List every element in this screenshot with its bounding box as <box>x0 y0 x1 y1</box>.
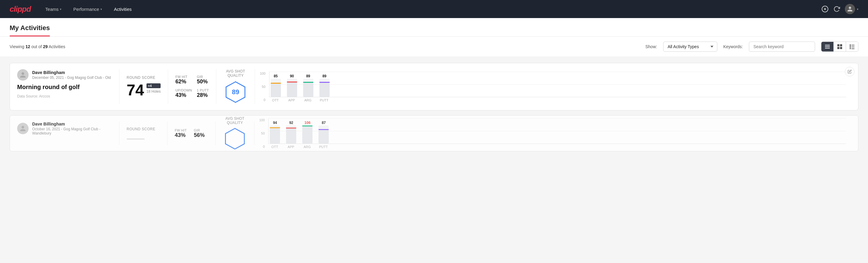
navbar: clippd Teams ▾ Performance ▾ Activities <box>0 0 868 18</box>
svg-rect-5 <box>825 48 830 49</box>
svg-rect-11 <box>851 45 855 46</box>
svg-rect-7 <box>840 44 842 46</box>
user-avatar-icon-2 <box>17 123 29 134</box>
chart-bar-ott: 85 <box>271 74 281 97</box>
card-score: Round Score 74 +4 18 Holes <box>119 69 168 104</box>
score-holes: 18 Holes <box>147 89 161 94</box>
round-score-label: Round Score <box>127 76 161 80</box>
activity-type-select[interactable]: All Activity Types <box>663 41 717 52</box>
shot-quality-value: 89 <box>232 88 239 96</box>
nav-item-activities[interactable]: Activities <box>109 4 136 14</box>
activity-title: Morning round of golf <box>17 84 112 91</box>
svg-rect-6 <box>837 44 839 46</box>
svg-rect-12 <box>850 46 851 48</box>
card-user: Dave Billingham December 05, 2021 - Gog … <box>17 69 112 81</box>
svg-rect-13 <box>851 47 855 47</box>
round-score-label-2: Round Score <box>127 127 160 131</box>
card-stats-2: FW Hit 43% GIR 56% <box>167 122 216 145</box>
card-left-2: Dave Billingham October 16, 2021 - Gog M… <box>17 122 119 145</box>
chart-x-label-app-2: APP <box>286 145 296 149</box>
user-info-2: Dave Billingham October 16, 2021 - Gog M… <box>32 122 112 136</box>
chart-x-label-arg-2: ARG <box>302 145 312 149</box>
user-avatar-icon <box>17 69 29 81</box>
svg-rect-15 <box>851 49 855 49</box>
card-left: Dave Billingham December 05, 2021 - Gog … <box>17 69 119 104</box>
main-content: Dave Billingham December 05, 2021 - Gog … <box>0 57 868 157</box>
card-quality-2: Avg Shot Quality <box>216 122 254 145</box>
chart-bar-app-2: 92 <box>286 121 296 144</box>
stat-fw-hit-2: FW Hit 43% <box>175 128 189 139</box>
score-badge: +4 <box>147 83 161 88</box>
show-label: Show: <box>645 44 657 49</box>
user-name: Dave Billingham <box>32 70 111 75</box>
stat-fw-hit: FW Hit 62% <box>175 75 192 85</box>
nav-item-teams[interactable]: Teams ▾ <box>40 4 66 14</box>
chart-x-label-putt: PUTT <box>319 98 329 102</box>
chart-bar-putt: 89 <box>319 74 330 97</box>
card-quality: Avg Shot Quality 89 <box>216 69 255 104</box>
nav-links: Teams ▾ Performance ▾ Activities <box>40 4 812 14</box>
chart-x-label-putt-2: PUTT <box>318 145 329 149</box>
page-header: My Activities <box>0 18 868 37</box>
chart-x-label-arg: ARG <box>303 98 313 102</box>
card-user-2: Dave Billingham October 16, 2021 - Gog M… <box>17 122 112 136</box>
keywords-label: Keywords: <box>723 44 743 49</box>
score-placeholder <box>127 139 145 140</box>
shot-quality-hexagon-2 <box>223 127 247 150</box>
chart-x-label-ott: OTT <box>270 98 281 102</box>
user-name-2: Dave Billingham <box>32 122 112 126</box>
stat-gir: GIR 50% <box>197 75 209 85</box>
stat-gir-2: GIR 56% <box>194 128 209 139</box>
user-date-2: October 16, 2021 - Gog Magog Golf Club -… <box>32 127 112 136</box>
user-date: December 05, 2021 - Gog Magog Golf Club … <box>32 76 111 80</box>
viewing-total: 29 <box>43 44 48 49</box>
edit-button[interactable] <box>845 67 855 77</box>
view-list-detail-button[interactable] <box>846 42 858 52</box>
chart-bar-arg-2: 106 <box>302 121 312 144</box>
chart-x-label-app: APP <box>287 98 297 102</box>
add-button[interactable] <box>822 5 829 12</box>
nav-item-performance[interactable]: Performance ▾ <box>69 4 107 14</box>
chart-y-axis-2: 100 50 0 <box>259 118 266 148</box>
card-chart: 100 50 0 85 <box>255 69 851 104</box>
chart-bar-arg: 89 <box>303 74 313 97</box>
chart-bar-putt-2: 87 <box>318 121 329 144</box>
svg-rect-14 <box>850 48 851 49</box>
chart-bar-app: 90 <box>287 74 297 97</box>
nav-right: ▾ <box>822 4 858 14</box>
logo[interactable]: clippd <box>10 4 31 14</box>
stat-updown: Up/Down 43% <box>175 88 192 98</box>
viewing-count: 12 <box>26 44 30 49</box>
activity-card: Dave Billingham December 05, 2021 - Gog … <box>10 63 858 111</box>
refresh-button[interactable] <box>833 6 840 12</box>
activity-card-2: Dave Billingham October 16, 2021 - Gog M… <box>10 115 858 151</box>
search-input[interactable] <box>749 41 815 52</box>
user-avatar <box>845 4 855 14</box>
stat-1putt: 1 Putt 28% <box>197 88 209 98</box>
page-title: My Activities <box>10 18 50 34</box>
score-value: 74 <box>127 82 144 98</box>
svg-rect-10 <box>850 45 851 46</box>
viewing-count-label: Viewing 12 out of 29 Activities <box>10 44 640 49</box>
view-toggle <box>821 41 858 52</box>
svg-rect-3 <box>825 45 830 46</box>
card-score-2: Round Score <box>119 122 167 145</box>
shot-quality-hexagon: 89 <box>223 80 248 104</box>
view-list-compact-button[interactable] <box>822 42 834 52</box>
performance-chevron-icon: ▾ <box>100 7 102 11</box>
score-meta: +4 18 Holes <box>147 83 161 94</box>
teams-chevron-icon: ▾ <box>60 7 61 11</box>
filter-bar: Viewing 12 out of 29 Activities Show: Al… <box>0 37 868 57</box>
svg-rect-9 <box>840 47 842 49</box>
user-menu-button[interactable]: ▾ <box>845 4 858 14</box>
chart-bar-ott-2: 94 <box>270 121 280 144</box>
chart-y-axis: 100 50 0 <box>260 71 267 102</box>
card-stats: FW Hit 62% GIR 50% Up/Down 43% 1 Putt 28… <box>168 69 216 104</box>
score-value-row: 74 +4 18 Holes <box>127 82 161 98</box>
svg-marker-17 <box>225 128 245 149</box>
card-chart-2: 100 50 0 94 <box>254 122 851 145</box>
user-menu-chevron-icon: ▾ <box>857 7 858 11</box>
svg-rect-8 <box>837 47 839 49</box>
view-grid-button[interactable] <box>834 42 846 52</box>
avg-shot-quality-label: Avg Shot Quality <box>223 69 248 78</box>
